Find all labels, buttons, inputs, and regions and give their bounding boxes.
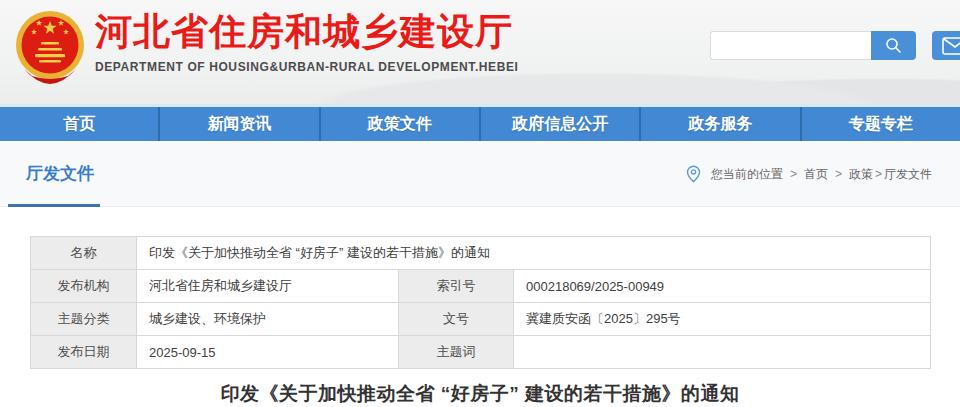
section-strip: 厅发文件 您当前的位置 > 首页 > 政策 > 厅发文件 (0, 141, 960, 207)
field-value-keywords (514, 336, 931, 369)
mail-button[interactable] (932, 31, 960, 60)
field-value-topic-category: 城乡建设、环境保护 (137, 303, 399, 336)
article-title: 印发《关于加快推动全省 “好房子” 建设的若干措施》的通知 (0, 381, 960, 407)
nav-item-topics[interactable]: 专题专栏 (802, 107, 960, 141)
table-row: 名称 印发《关于加快推动全省 “好房子” 建设的若干措施》的通知 (31, 237, 931, 270)
site-search (710, 31, 916, 60)
site-banner: 河北省住房和城乡建设厅 DEPARTMENT OF HOUSING&URBAN-… (0, 0, 960, 107)
field-label-index-number: 索引号 (399, 270, 514, 303)
breadcrumb-policy[interactable]: 政策 (849, 166, 873, 183)
nav-item-home[interactable]: 首页 (0, 107, 160, 141)
field-label-name: 名称 (31, 237, 137, 270)
field-value-doc-number: 冀建质安函〔2025〕295号 (514, 303, 931, 336)
nav-item-services[interactable]: 政务服务 (641, 107, 801, 141)
field-value-name: 印发《关于加快推动全省 “好房子” 建设的若干措施》的通知 (137, 237, 931, 270)
nav-item-gov-info[interactable]: 政府信息公开 (481, 107, 641, 141)
breadcrumb-separator: > (875, 167, 882, 181)
site-identity: 河北省住房和城乡建设厅 DEPARTMENT OF HOUSING&URBAN-… (95, 12, 519, 74)
breadcrumb: 您当前的位置 > 首页 > 政策 > 厅发文件 (686, 165, 932, 183)
field-label-topic-category: 主题分类 (31, 303, 137, 336)
location-pin-icon (686, 165, 701, 183)
field-value-issuer: 河北省住房和城乡建设厅 (137, 270, 399, 303)
field-label-issuer: 发布机构 (31, 270, 137, 303)
content-area: 名称 印发《关于加快推动全省 “好房子” 建设的若干措施》的通知 发布机构 河北… (0, 207, 960, 407)
tab-active-underline (8, 204, 100, 207)
nav-item-policy[interactable]: 政策文件 (321, 107, 481, 141)
field-value-publish-date: 2025-09-15 (137, 336, 399, 369)
breadcrumb-prefix: 您当前的位置 (711, 166, 783, 183)
table-row: 发布日期 2025-09-15 主题词 (31, 336, 931, 369)
site-subtitle: DEPARTMENT OF HOUSING&URBAN-RURAL DEVELO… (95, 60, 519, 74)
breadcrumb-separator: > (790, 167, 797, 181)
search-input[interactable] (710, 31, 871, 60)
envelope-icon (942, 37, 960, 55)
search-icon (885, 37, 902, 54)
nav-item-news[interactable]: 新闻资讯 (160, 107, 320, 141)
field-label-doc-number: 文号 (399, 303, 514, 336)
field-label-keywords: 主题词 (399, 336, 514, 369)
breadcrumb-home[interactable]: 首页 (804, 166, 828, 183)
table-row: 发布机构 河北省住房和城乡建设厅 索引号 000218069/2025-0094… (31, 270, 931, 303)
site-title: 河北省住房和城乡建设厅 (95, 12, 519, 53)
tab-dept-documents[interactable]: 厅发文件 (26, 162, 94, 185)
main-nav: 首页 新闻资讯 政策文件 政府信息公开 政务服务 专题专栏 (0, 107, 960, 141)
document-metadata-table: 名称 印发《关于加快推动全省 “好房子” 建设的若干措施》的通知 发布机构 河北… (30, 236, 931, 369)
search-button[interactable] (871, 31, 916, 60)
field-label-publish-date: 发布日期 (31, 336, 137, 369)
breadcrumb-dept-documents[interactable]: 厅发文件 (884, 166, 932, 183)
national-emblem-logo (12, 5, 88, 89)
table-row: 主题分类 城乡建设、环境保护 文号 冀建质安函〔2025〕295号 (31, 303, 931, 336)
field-value-index-number: 000218069/2025-00949 (514, 270, 931, 303)
breadcrumb-separator: > (835, 167, 842, 181)
